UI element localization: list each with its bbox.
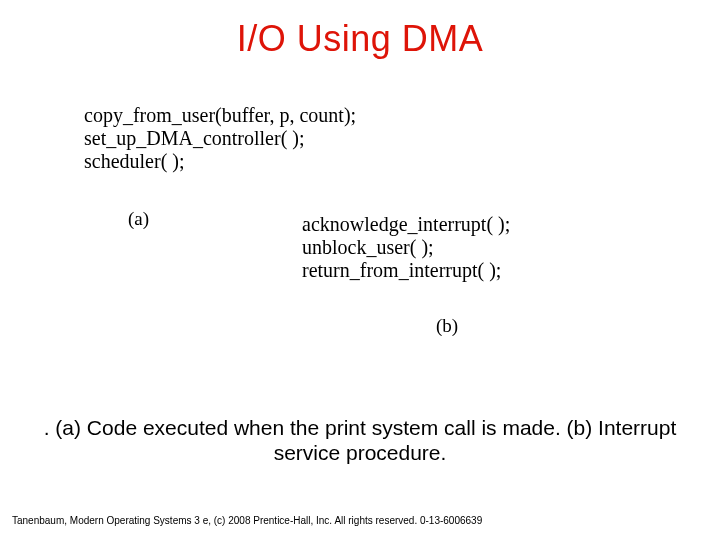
code-a-line3: scheduler( ); [84, 150, 356, 173]
code-text: return [302, 259, 350, 281]
underscore-glyph [366, 236, 376, 259]
code-a-line1: copyfromuser(buffer, p, count); [84, 104, 356, 127]
caption-text: . (a) Code executed when the print syste… [40, 415, 680, 465]
underscore-glyph [123, 104, 133, 127]
underscore-glyph [172, 104, 182, 127]
code-text: copy [84, 104, 123, 126]
code-text: acknowledge [302, 213, 408, 235]
code-text: unblock [302, 236, 366, 258]
code-text: DMA [146, 127, 193, 149]
code-text: interrupt( ); [409, 259, 502, 281]
underscore-glyph [193, 127, 203, 150]
slide: I/O Using DMA copyfromuser(buffer, p, co… [0, 0, 720, 540]
code-text: controller( ); [203, 127, 305, 149]
slide-title: I/O Using DMA [0, 18, 720, 60]
code-text: user(buffer, p, count); [182, 104, 356, 126]
code-text: up [116, 127, 136, 149]
footer-text: Tanenbaum, Modern Operating Systems 3 e,… [12, 515, 482, 526]
underscore-glyph [350, 259, 360, 282]
code-b-line3: returnfrominterrupt( ); [302, 259, 510, 282]
code-text: set [84, 127, 106, 149]
code-block-b: acknowledgeinterrupt( ); unblockuser( );… [302, 213, 510, 282]
label-b: (b) [436, 315, 458, 337]
code-text: from [360, 259, 399, 281]
underscore-glyph [136, 127, 146, 150]
code-a-line2: setupDMAcontroller( ); [84, 127, 356, 150]
code-text: interrupt( ); [418, 213, 511, 235]
code-text: from [133, 104, 172, 126]
code-b-line2: unblockuser( ); [302, 236, 510, 259]
code-b-line1: acknowledgeinterrupt( ); [302, 213, 510, 236]
label-a: (a) [128, 208, 149, 230]
underscore-glyph [106, 127, 116, 150]
underscore-glyph [399, 259, 409, 282]
code-text: user( ); [376, 236, 433, 258]
code-block-a: copyfromuser(buffer, p, count); setupDMA… [84, 104, 356, 173]
underscore-glyph [408, 213, 418, 236]
